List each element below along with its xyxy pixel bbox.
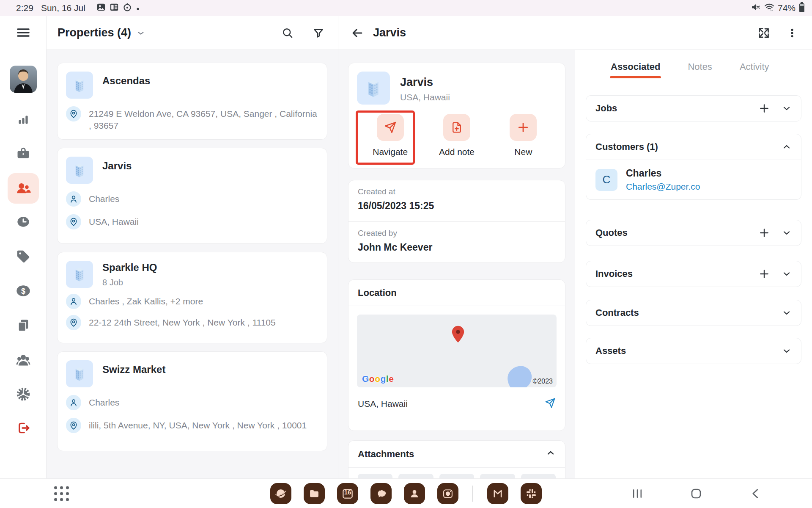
property-address: USA, Hawaii: [89, 214, 139, 228]
back-arrow-icon[interactable]: [351, 27, 364, 39]
home-button[interactable]: [689, 487, 703, 500]
tab-notes[interactable]: Notes: [686, 61, 713, 72]
created-by-label: Created by: [358, 229, 556, 238]
customer-name: Charles: [626, 168, 700, 179]
invoices-chevron-down-icon[interactable]: [782, 269, 792, 279]
sidebar-item-logout[interactable]: [16, 421, 30, 435]
location-pin-icon: [66, 214, 81, 229]
property-card-jarvis[interactable]: Jarvis Charles USA, Hawaii: [57, 148, 327, 244]
add-invoice-icon[interactable]: [759, 268, 770, 279]
tab-associated[interactable]: Associated: [609, 61, 662, 72]
hamburger-menu-icon[interactable]: [16, 27, 30, 39]
customer-email-link[interactable]: Charles@Zuper.co: [626, 182, 700, 192]
gallery-notification-icon: [96, 3, 106, 14]
invoices-label: Invoices: [595, 268, 747, 279]
camera-app-icon[interactable]: [437, 483, 458, 504]
search-icon[interactable]: [282, 27, 294, 39]
building-icon: [357, 72, 390, 105]
sidebar-item-documents[interactable]: [16, 318, 30, 332]
location-card: Location Google ©2023 USA, Hawaii: [348, 279, 565, 431]
back-button[interactable]: [749, 487, 762, 500]
properties-list: Ascendas 21249 E Weldon Ave, CA 93657, U…: [47, 50, 338, 478]
contracts-label: Contracts: [595, 307, 770, 318]
assets-chevron-down-icon[interactable]: [782, 346, 792, 356]
bottom-dock: 16: [0, 478, 812, 508]
gmail-app-icon[interactable]: [487, 483, 508, 504]
new-label: New: [514, 147, 532, 157]
expand-icon[interactable]: [758, 27, 770, 39]
location-section-title: Location: [348, 280, 565, 306]
add-note-button[interactable]: Add note: [423, 114, 490, 157]
property-contact: Charles: [89, 191, 119, 205]
navigate-button[interactable]: Navigate: [357, 114, 423, 157]
detail-property-location: USA, Hawaii: [400, 92, 450, 102]
sidebar-item-settings[interactable]: [16, 387, 30, 401]
sidebar-item-teams[interactable]: [16, 353, 31, 367]
quotes-label: Quotes: [595, 227, 747, 238]
sidebar-item-tags[interactable]: [16, 249, 30, 264]
property-address: 21249 E Weldon Ave, CA 93657, USA, Sange…: [89, 106, 318, 131]
plus-icon: [510, 114, 537, 141]
property-card-swizz-market[interactable]: Swizz Market Charles ilili, 5th Avenue, …: [57, 351, 327, 451]
customers-chevron-up-icon[interactable]: [782, 142, 792, 152]
sidebar-item-customers-active[interactable]: [16, 181, 31, 196]
browser-app-icon[interactable]: [270, 483, 291, 504]
customer-avatar: C: [595, 169, 617, 191]
contacts-app-icon[interactable]: [404, 483, 425, 504]
properties-title[interactable]: Properties (4): [58, 26, 145, 39]
tab-activity[interactable]: Activity: [738, 61, 771, 72]
attachments-title: Attachments: [358, 449, 414, 460]
property-contact: Charles: [89, 395, 119, 409]
navigate-blue-icon[interactable]: [545, 398, 556, 410]
files-app-icon[interactable]: [304, 483, 325, 504]
property-card-ascendas[interactable]: Ascendas 21249 E Weldon Ave, CA 93657, U…: [57, 63, 327, 140]
recent-apps-button[interactable]: [631, 487, 644, 500]
attachments-card: Attachments: [348, 440, 565, 478]
mute-icon: [751, 2, 761, 14]
detail-property-name: Jarvis: [400, 76, 450, 89]
map-preview[interactable]: Google ©2023: [357, 315, 557, 387]
property-name: Jarvis: [102, 160, 132, 184]
user-avatar[interactable]: [10, 66, 37, 93]
building-icon: [66, 360, 93, 387]
map-island-shape: [499, 354, 537, 387]
section-jobs: Jobs: [586, 95, 801, 121]
navigate-send-icon: [377, 114, 404, 141]
calendar-app-icon[interactable]: 16: [337, 483, 358, 504]
filter-icon[interactable]: [313, 27, 324, 39]
customer-row[interactable]: C Charles Charles@Zuper.co: [586, 160, 801, 199]
svg-text:$: $: [21, 287, 25, 295]
app-drawer-icon[interactable]: [54, 486, 69, 501]
add-note-icon: [443, 114, 470, 141]
messages-app-icon[interactable]: [370, 483, 392, 504]
collapse-chevron-up-icon[interactable]: [546, 448, 556, 461]
building-icon: [66, 157, 93, 184]
location-pin-icon: [66, 418, 81, 433]
add-job-icon[interactable]: [759, 103, 770, 114]
kebab-menu-icon[interactable]: [787, 28, 798, 39]
contact-person-icon: [66, 395, 81, 410]
contact-person-icon: [66, 191, 81, 207]
location-pin-icon: [66, 106, 81, 121]
slack-app-icon[interactable]: [521, 483, 542, 504]
section-quotes: Quotes: [586, 220, 801, 246]
detail-area: Jarvis USA, Hawaii Navigate Add note: [338, 50, 575, 478]
contracts-chevron-down-icon[interactable]: [782, 308, 792, 318]
new-button[interactable]: New: [490, 114, 557, 157]
customers-label: Customers (1): [595, 141, 770, 152]
clock-time: 2:29: [16, 3, 33, 13]
property-card-sparkle-hq[interactable]: Sparkle HQ 8 Job Charles , Zak Kallis, +…: [57, 252, 327, 343]
jobs-chevron-down-icon[interactable]: [782, 103, 792, 113]
detail-property-card: Jarvis USA, Hawaii Navigate Add note: [348, 63, 565, 168]
property-address: 22-12 24th Street, New York , New York ,…: [89, 315, 276, 329]
quotes-chevron-down-icon[interactable]: [782, 228, 792, 238]
properties-header: Properties (4): [47, 16, 338, 50]
battery-percent: 74%: [778, 3, 796, 13]
sidebar-item-timesheets[interactable]: [16, 215, 30, 228]
sidebar-item-invoices[interactable]: $: [16, 284, 31, 297]
sidebar-item-dashboard[interactable]: [16, 113, 30, 126]
map-copyright: ©2023: [533, 378, 553, 385]
sidebar-item-jobs[interactable]: [16, 146, 30, 161]
add-quote-icon[interactable]: [759, 227, 770, 238]
attachment-thumbnails: [348, 468, 565, 478]
